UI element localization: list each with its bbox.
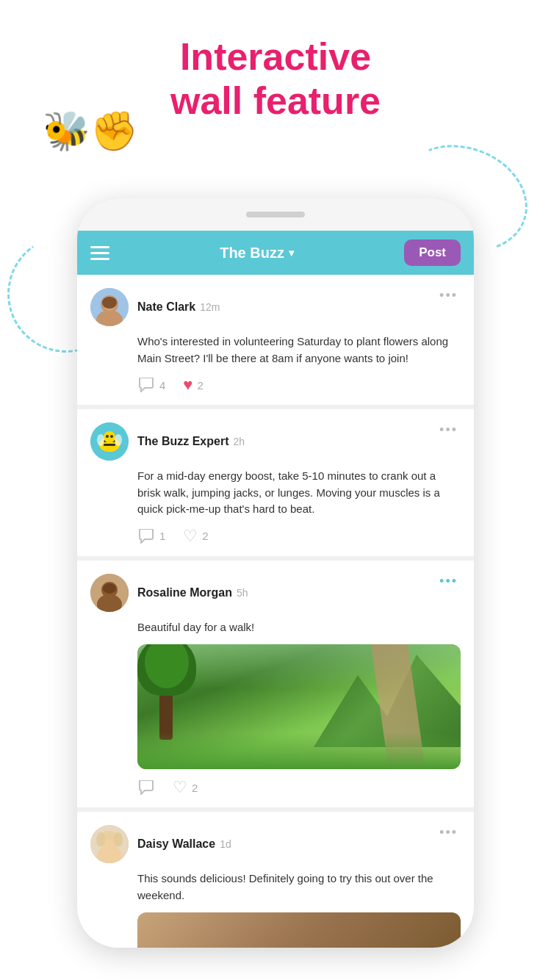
svg-point-18: [103, 583, 116, 594]
more-options-icon[interactable]: •••: [436, 288, 461, 303]
reply-button[interactable]: 4: [137, 378, 165, 392]
post-card: Daisy Wallace 1d ••• This sounds delicio…: [77, 812, 474, 948]
avatar: [90, 574, 129, 612]
heart-button[interactable]: ♡ 2: [173, 778, 198, 797]
heart-count: 2: [197, 379, 203, 392]
post-actions: 1 ♡ 2: [137, 527, 461, 546]
post-actions: ♡ 2: [137, 778, 461, 797]
reply-button[interactable]: [137, 780, 155, 795]
post-text: Beautiful day for a walk!: [137, 619, 461, 636]
phone-speaker: [246, 212, 305, 217]
reply-button[interactable]: 1: [137, 529, 165, 544]
reply-count: 1: [159, 530, 165, 542]
post-button[interactable]: Post: [404, 239, 461, 266]
more-options-icon[interactable]: •••: [436, 574, 461, 589]
svg-point-13: [97, 434, 104, 446]
heart-count: 2: [192, 782, 198, 794]
post-time: 1d: [220, 838, 231, 850]
heart-button[interactable]: ♡ 2: [183, 527, 208, 546]
avatar: [90, 825, 129, 863]
app-header: The Buzz ▾ Post: [77, 231, 474, 275]
heart-count: 2: [202, 530, 208, 542]
post-card: Rosaline Morgan 5h ••• Beautiful day for…: [77, 561, 474, 808]
post-image: [137, 644, 461, 769]
reply-icon: [137, 780, 155, 795]
heart-button[interactable]: ♥ 2: [183, 375, 203, 394]
post-time: 2h: [233, 436, 245, 447]
post-author: Nate Clark: [137, 300, 195, 314]
chevron-down-icon: ▾: [289, 247, 294, 259]
reply-icon: [137, 529, 155, 544]
bee-decoration: 🐝✊: [43, 109, 138, 154]
svg-point-4: [102, 297, 117, 309]
post-card: Nate Clark 12m ••• Who's interested in v…: [77, 275, 474, 405]
heart-icon: ♡: [173, 778, 187, 797]
post-author: The Buzz Expert: [137, 435, 228, 448]
post-text: Who's interested in volunteering Saturda…: [137, 334, 461, 367]
post-actions: 4 ♥ 2: [137, 375, 461, 394]
reply-icon: [137, 378, 155, 392]
svg-point-24: [114, 832, 123, 847]
phone-frame: The Buzz ▾ Post: [77, 198, 474, 948]
avatar: [90, 288, 129, 326]
heart-icon: ♥: [183, 375, 192, 394]
post-header: Nate Clark 12m •••: [90, 288, 461, 326]
svg-point-23: [96, 832, 105, 847]
svg-point-10: [104, 431, 115, 443]
svg-rect-9: [104, 444, 115, 446]
svg-point-11: [106, 435, 109, 438]
reply-count: 4: [159, 379, 165, 392]
post-image-preview: [137, 912, 461, 948]
svg-point-12: [110, 435, 113, 438]
post-author: Daisy Wallace: [137, 837, 215, 851]
avatar: [90, 422, 129, 461]
heart-icon: ♡: [183, 527, 198, 546]
post-header: The Buzz Expert 2h •••: [90, 422, 461, 461]
svg-point-14: [115, 434, 122, 446]
post-author: Rosaline Morgan: [137, 586, 232, 599]
post-time: 12m: [200, 301, 220, 313]
hamburger-menu-icon[interactable]: [90, 246, 109, 260]
phone-top: [77, 198, 474, 231]
more-options-icon[interactable]: •••: [436, 422, 461, 438]
more-options-icon[interactable]: •••: [436, 825, 461, 840]
post-text: This sounds delicious! Definitely going …: [137, 871, 461, 904]
feed: Nate Clark 12m ••• Who's interested in v…: [77, 275, 474, 948]
post-time: 5h: [237, 587, 248, 599]
post-header: Daisy Wallace 1d •••: [90, 825, 461, 863]
header-title: The Buzz ▾: [220, 245, 294, 262]
post-text: For a mid-day energy boost, take 5-10 mi…: [137, 468, 461, 518]
post-card: The Buzz Expert 2h ••• For a mid-day ene…: [77, 409, 474, 556]
post-header: Rosaline Morgan 5h •••: [90, 574, 461, 612]
